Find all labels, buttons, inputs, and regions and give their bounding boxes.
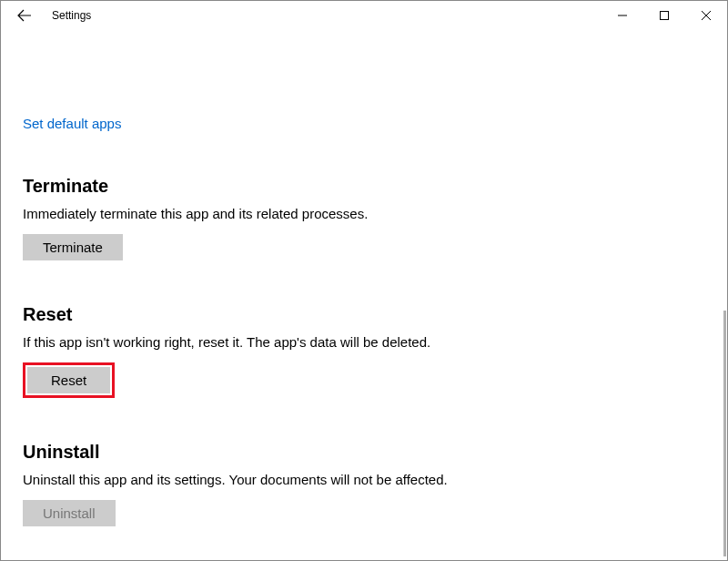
terminate-title: Terminate [23, 176, 705, 197]
set-default-apps-link[interactable]: Set default apps [23, 116, 121, 131]
content-area: Set default apps Terminate Immediately t… [1, 30, 727, 560]
minimize-button[interactable] [602, 1, 643, 30]
uninstall-title: Uninstall [23, 442, 705, 463]
reset-section: Reset If this app isn't working right, r… [23, 304, 705, 398]
terminate-section: Terminate Immediately terminate this app… [23, 176, 705, 260]
maximize-icon [660, 11, 669, 20]
reset-title: Reset [23, 304, 705, 325]
uninstall-section: Uninstall Uninstall this app and its set… [23, 442, 705, 526]
window-controls [602, 1, 727, 30]
scrollbar[interactable] [723, 311, 726, 556]
minimize-icon [618, 11, 627, 20]
svg-rect-0 [661, 12, 669, 20]
terminate-button[interactable]: Terminate [23, 234, 123, 260]
back-button[interactable] [8, 1, 41, 30]
terminate-desc: Immediately terminate this app and its r… [23, 206, 705, 221]
uninstall-desc: Uninstall this app and its settings. You… [23, 472, 705, 487]
reset-desc: If this app isn't working right, reset i… [23, 334, 705, 350]
reset-button[interactable]: Reset [27, 367, 110, 393]
maximize-button[interactable] [643, 1, 685, 30]
reset-highlight: Reset [23, 362, 115, 398]
back-arrow-icon [17, 8, 32, 23]
titlebar: Settings [1, 1, 727, 30]
uninstall-button: Uninstall [23, 500, 116, 526]
window-title: Settings [52, 9, 91, 22]
close-button[interactable] [685, 1, 727, 30]
close-icon [702, 11, 711, 20]
